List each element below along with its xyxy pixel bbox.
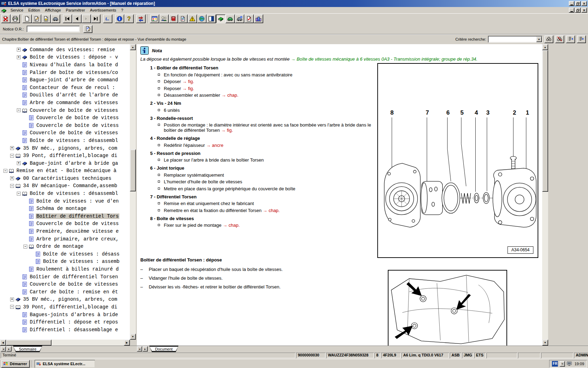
tab-scroll-right-icon[interactable]: ▶ bbox=[6, 346, 12, 352]
menu-?[interactable]: ? bbox=[119, 7, 126, 13]
tree-item[interactable]: Boîtier de différentiel Tors bbox=[1, 212, 130, 220]
favorites-document-button[interactable] bbox=[41, 14, 51, 23]
search-criteria-dropdown[interactable]: ▼ bbox=[488, 36, 542, 43]
toc-hscroll-thumb[interactable] bbox=[6, 340, 51, 346]
tree-item[interactable]: −Couvercle de boîte de vitesses bbox=[1, 107, 130, 114]
tray-chevron-button[interactable]: « bbox=[560, 361, 565, 367]
collapse-minus-icon[interactable]: − bbox=[4, 169, 7, 173]
reference-link[interactable]: → fig. bbox=[182, 79, 194, 84]
collapse-minus-icon[interactable]: − bbox=[10, 154, 14, 158]
repair-manual-button[interactable] bbox=[216, 14, 225, 23]
help-button[interactable]: ? bbox=[124, 14, 134, 23]
goto-next-result-button[interactable] bbox=[577, 35, 586, 43]
manual-red-button[interactable] bbox=[169, 14, 178, 23]
new-document-button[interactable] bbox=[22, 14, 32, 23]
menu-affichage[interactable]: Affichage bbox=[42, 7, 63, 13]
scroll-down-icon[interactable]: ▼ bbox=[130, 334, 136, 340]
history-button[interactable]: t.. bbox=[103, 14, 112, 23]
start-button[interactable]: Démarrer bbox=[1, 360, 30, 368]
language-indicator[interactable]: FR bbox=[552, 361, 558, 367]
tree-item[interactable]: +35 BV méc., pignons, arbres, com bbox=[1, 144, 130, 152]
nota-reference-link[interactable]: → Boîte de vitesses mécanique à 6 vitess… bbox=[291, 56, 477, 62]
print-button[interactable] bbox=[10, 14, 20, 23]
tree-item[interactable]: Roulement à billes rainuré d bbox=[1, 265, 130, 273]
expand-plus-icon[interactable]: + bbox=[17, 55, 21, 59]
document-vertical-scrollbar[interactable]: ▲ ▼ bbox=[542, 44, 548, 346]
display-button[interactable] bbox=[206, 14, 216, 23]
notice-input[interactable] bbox=[27, 26, 80, 32]
collapse-minus-icon[interactable]: − bbox=[23, 245, 27, 248]
chevron-down-icon[interactable]: ▼ bbox=[536, 36, 542, 42]
tab-sommaire[interactable]: Sommaire bbox=[13, 347, 42, 351]
tree-item[interactable]: −39 Pont, différentiel,blocage di bbox=[1, 303, 130, 311]
tree-item[interactable]: Couvercle de boîte de vitess bbox=[1, 220, 130, 228]
tree-item[interactable]: +35 BV méc., pignons, arbres, com bbox=[1, 296, 130, 304]
tree-item[interactable]: Première, deuxième vitesse e bbox=[1, 227, 130, 235]
tree-item[interactable]: −39 Pont, différentiel,blocage di bbox=[1, 152, 130, 159]
collapse-minus-icon[interactable]: − bbox=[17, 108, 21, 112]
checklist-button[interactable] bbox=[244, 14, 254, 23]
tree-item[interactable]: Couvercle de boîte de vitess bbox=[1, 122, 130, 129]
goto-prev-result-button[interactable] bbox=[566, 35, 575, 43]
menu-paramtrer[interactable]: Paramétrer bbox=[63, 7, 88, 13]
tree-item[interactable]: Douilles d'arrêt de l'arbre de bbox=[1, 91, 130, 99]
expand-plus-icon[interactable]: + bbox=[10, 176, 14, 180]
tree-item[interactable]: Carter de boîte : remise en ét bbox=[1, 288, 130, 296]
nav-first-button[interactable] bbox=[63, 14, 72, 23]
tree-item[interactable]: Bagues-joints d'arbres à bride bbox=[1, 311, 130, 319]
doc-tab-scroll-right-icon[interactable]: ▶ bbox=[142, 346, 148, 352]
edit-document-button[interactable] bbox=[32, 14, 41, 23]
collapse-minus-icon[interactable]: − bbox=[10, 305, 14, 309]
info-button[interactable] bbox=[115, 14, 124, 23]
tree-item[interactable]: Différentiel : désassemblage e bbox=[1, 326, 130, 334]
nav-next-button[interactable] bbox=[82, 14, 91, 23]
menu-edition[interactable]: Edition bbox=[26, 7, 43, 13]
vehicle-data-button[interactable] bbox=[225, 14, 235, 23]
restore-button[interactable] bbox=[575, 1, 581, 6]
tree-item[interactable]: +Boîte de vitesses : dépose - v bbox=[1, 54, 130, 61]
expand-plus-icon[interactable]: + bbox=[10, 146, 14, 150]
minimize-button[interactable] bbox=[569, 1, 574, 6]
vehicle-info-button[interactable] bbox=[235, 14, 244, 23]
scroll-left-icon[interactable]: ◀ bbox=[0, 340, 6, 346]
reference-link[interactable]: → chap. bbox=[223, 223, 239, 228]
tree-item[interactable]: Différentiel : dépose et repos bbox=[1, 318, 130, 326]
customers-button[interactable] bbox=[159, 14, 169, 23]
search-button[interactable] bbox=[544, 35, 553, 43]
close-button[interactable]: × bbox=[581, 1, 587, 6]
reference-link[interactable]: → fig. bbox=[221, 128, 233, 133]
expand-plus-icon[interactable]: + bbox=[17, 161, 21, 165]
nav-last-button[interactable] bbox=[91, 14, 100, 23]
tree-item[interactable]: Contacteur de feux de recul : bbox=[1, 84, 130, 91]
switch-view-button[interactable] bbox=[136, 14, 146, 23]
close-document-button[interactable] bbox=[1, 14, 10, 23]
tree-item[interactable]: −34 BV mécanique- Commande,assemb bbox=[1, 182, 130, 190]
tree-item[interactable]: Couvercle de boîte de vitesses bbox=[1, 280, 130, 288]
tree-item[interactable]: Bague-joint d'arbre de command bbox=[1, 76, 130, 84]
tray-app-icon[interactable] bbox=[567, 361, 572, 366]
tree-item[interactable]: Boîte de vitesses : désassembl bbox=[1, 137, 130, 144]
doc-scroll-thumb[interactable] bbox=[542, 50, 548, 192]
tree-item[interactable]: +00 Caractéristiques techniques bbox=[1, 175, 130, 182]
menu-service[interactable]: Service bbox=[8, 7, 26, 13]
reference-link[interactable]: → fig. bbox=[182, 86, 194, 91]
toc-vertical-scrollbar[interactable]: ▲ ▼ bbox=[130, 44, 136, 340]
child-restore-button[interactable] bbox=[575, 8, 581, 13]
reference-link[interactable]: → chap. bbox=[222, 93, 238, 98]
tab-scroll-left-icon[interactable]: ◀ bbox=[1, 346, 6, 352]
collapse-minus-icon[interactable]: − bbox=[10, 184, 14, 188]
expand-plus-icon[interactable]: + bbox=[17, 48, 21, 52]
tab-document[interactable]: Document bbox=[149, 347, 178, 351]
tree-item[interactable]: −Ordre de montage bbox=[1, 243, 130, 250]
toc-horizontal-scrollbar[interactable]: ◀ ▶ bbox=[0, 340, 130, 346]
tree-item[interactable]: +Commande des vitesses: remise bbox=[1, 46, 130, 54]
tree-item[interactable]: +Bague-joint d'arbre à bride ga bbox=[1, 159, 130, 167]
taskbar-task-elsa[interactable]: ELSA système ELectr... bbox=[35, 360, 95, 368]
scroll-right-icon[interactable]: ▶ bbox=[124, 340, 130, 346]
child-close-button[interactable]: × bbox=[581, 8, 587, 13]
doc-scroll-down-icon[interactable]: ▼ bbox=[542, 340, 548, 346]
doc-tab-scroll-left-icon[interactable]: ◀ bbox=[137, 346, 142, 352]
reference-link[interactable]: → ancre bbox=[206, 143, 223, 148]
tree-item[interactable]: Palier de boîte de vitesses/co bbox=[1, 69, 130, 76]
tree-item[interactable]: Couvercle de boîte de vitess bbox=[1, 114, 130, 122]
